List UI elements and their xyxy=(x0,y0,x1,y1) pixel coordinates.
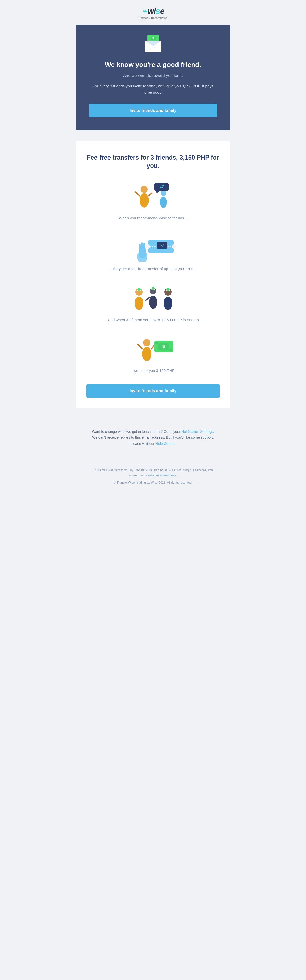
logo-main: ⌁ wise xyxy=(142,6,164,16)
svg-text:$: $ xyxy=(162,344,165,349)
hero-section: $ We know you're a good friend. And we w… xyxy=(76,25,230,130)
svg-point-8 xyxy=(140,193,149,208)
main-title: Fee-free transfers for 3 friends, 3,150 … xyxy=(86,153,220,170)
step-1-text: When you recommend Wise to friends... xyxy=(86,215,220,221)
svg-text:✓: ✓ xyxy=(152,287,154,290)
header: ⌁ wise Formerly TransferWise xyxy=(76,0,230,25)
svg-point-40 xyxy=(143,339,150,346)
spacer-1 xyxy=(76,130,230,141)
svg-point-22 xyxy=(146,245,150,248)
recommend-illustration: ⌁7 xyxy=(130,180,176,211)
footer-info-text: Want to change what we get in touch abou… xyxy=(89,429,217,447)
svg-point-28 xyxy=(135,297,143,310)
ticket-illustration: ⌁7 xyxy=(128,231,179,262)
step-3-illustration: ✓ ✓ ✓ xyxy=(86,282,220,313)
svg-point-12 xyxy=(160,197,167,208)
svg-rect-20 xyxy=(143,243,145,248)
help-centre-link[interactable]: Help Centre. xyxy=(155,442,176,445)
svg-point-7 xyxy=(140,186,148,193)
svg-point-23 xyxy=(172,245,176,248)
step-4: $ ...we send you 3,150 PHP! xyxy=(86,333,220,374)
customer-agreements-link[interactable]: customer agreements xyxy=(147,474,176,477)
svg-text:$: $ xyxy=(152,37,154,40)
step-1-illustration: ⌁7 xyxy=(86,180,220,211)
svg-rect-18 xyxy=(139,244,140,249)
svg-line-42 xyxy=(138,344,142,349)
svg-marker-14 xyxy=(156,191,159,194)
svg-line-9 xyxy=(135,192,140,196)
spacer-2 xyxy=(76,408,230,418)
logo: ⌁ wise Formerly TransferWise xyxy=(139,6,167,19)
hero-cta-button[interactable]: Invite friends and family xyxy=(89,103,217,118)
svg-text:⌁7: ⌁7 xyxy=(160,243,164,247)
svg-line-33 xyxy=(146,297,150,300)
svg-text:✓: ✓ xyxy=(167,288,169,291)
notification-settings-link[interactable]: Notification Settings xyxy=(181,430,213,434)
svg-rect-19 xyxy=(141,242,143,248)
footer-legal-text: This email was sent to you by TransferWi… xyxy=(89,468,217,478)
svg-point-41 xyxy=(142,347,151,361)
logo-wordmark: wise xyxy=(148,6,164,16)
step-4-text: ...we send you 3,150 PHP! xyxy=(86,368,220,374)
hero-title: We know you're a good friend. xyxy=(84,60,222,69)
reward-illustration: $ xyxy=(130,333,176,364)
main-cta-button[interactable]: Invite friends and family xyxy=(86,384,220,398)
hero-body: For every 3 friends you invite to Wise, … xyxy=(92,83,215,95)
main-section: Fee-free transfers for 3 friends, 3,150 … xyxy=(76,141,230,408)
step-2: ⌁7 ... they get a fee-free transfer of u… xyxy=(86,231,220,272)
footer-copyright: © TransferWise, trading as Wise 2021. Al… xyxy=(89,481,217,484)
step-4-illustration: $ xyxy=(86,333,220,364)
logo-bolt-icon: ⌁ xyxy=(142,6,147,16)
logo-subtitle: Formerly TransferWise xyxy=(139,16,167,19)
svg-text:⌁7: ⌁7 xyxy=(159,185,164,189)
svg-point-11 xyxy=(161,190,166,196)
svg-point-37 xyxy=(164,297,172,310)
svg-line-10 xyxy=(149,193,152,196)
svg-text:✓: ✓ xyxy=(138,288,140,291)
svg-point-48 xyxy=(169,349,172,352)
footer-legal: This email was sent to you by TransferWi… xyxy=(76,465,230,495)
hero-subtitle: And we want to reward you for it. xyxy=(84,73,222,78)
three-friends-illustration: ✓ ✓ ✓ xyxy=(125,282,181,313)
svg-point-47 xyxy=(155,342,158,344)
step-1: ⌁7 When you recommend Wise to friends... xyxy=(86,180,220,221)
hero-illustration: $ xyxy=(84,35,222,54)
step-2-illustration: ⌁7 xyxy=(86,231,220,262)
step-2-text: ... they get a fee-free transfer of up t… xyxy=(86,266,220,272)
svg-point-32 xyxy=(149,296,157,309)
footer-info: Want to change what we get in touch abou… xyxy=(76,418,230,465)
envelope-money-icon: $ xyxy=(143,35,163,53)
step-3-text: ... and when 3 of them send over 12,600 … xyxy=(86,317,220,323)
step-3: ✓ ✓ ✓ ... and when 3 of them send over 1… xyxy=(86,282,220,323)
